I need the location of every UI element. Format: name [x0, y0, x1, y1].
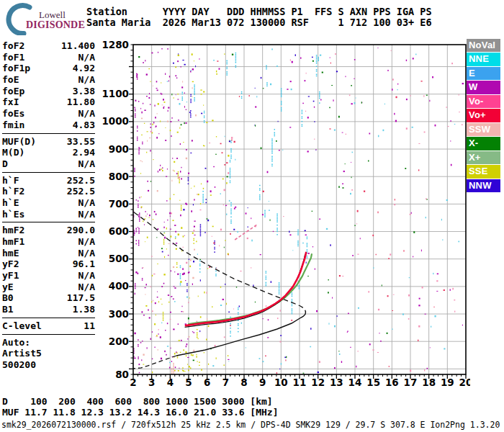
param-label: Artist5 [2, 348, 42, 359]
param-value: N/A [78, 74, 95, 86]
param-value: 11.400 [61, 40, 95, 52]
param-row-hmF1: hmF1N/A [2, 236, 95, 248]
param-row-fmin: fmin4.83 [2, 120, 95, 131]
param-row-B1: B11.38 [2, 304, 95, 315]
x-tick-label: 16 [385, 377, 399, 388]
param-label: D [2, 158, 8, 170]
y-tick-label: 900 [109, 143, 129, 155]
x-tick-label: 5 [185, 377, 192, 388]
x-tick-label: 11 [293, 377, 307, 388]
param-value: 33.55 [67, 136, 95, 148]
param-label: foF1p [2, 63, 30, 74]
param-value: 117.5 [67, 292, 95, 304]
header-station-values: Santa Maria 2026 Mar13 072 130000 RSF 1 … [86, 17, 432, 28]
echo-type-legend: NoValNNEEWVo-Vo+SSWX-X+SSENNW [467, 39, 500, 193]
param-label: foEs [2, 108, 24, 120]
x-tick-label: 20 [459, 377, 470, 388]
param-value: 290.0 [67, 225, 95, 236]
x-tick-label: 7 [222, 377, 229, 388]
param-label: foEp [2, 86, 24, 97]
y-tick-label: 300 [109, 308, 129, 320]
y-tick-label: 800 [109, 171, 129, 182]
param-label: foF1 [2, 52, 24, 63]
noise-cyan-streaks [180, 53, 320, 337]
noise-magenta-scatter-left [134, 48, 195, 369]
legend-item-NNE: NNE [467, 53, 500, 66]
x-tick-label: 13 [330, 377, 343, 388]
param-label: h`F [2, 175, 19, 186]
param-row-hF: h`F252.5 [2, 175, 95, 186]
y-tick-label: 80 [115, 369, 129, 380]
param-value: 2.94 [73, 147, 95, 158]
param-value: N/A [78, 197, 95, 209]
param-row-hE: h`EN/A [2, 197, 95, 209]
param-row-yE: yEN/A [2, 282, 95, 293]
legend-item-W: W [467, 81, 500, 94]
param-value: 252.5 [67, 175, 95, 186]
param-row-foF2: foF211.400 [2, 40, 95, 52]
o-mode-trace [186, 253, 306, 325]
param-row-foF1: foF1N/A [2, 52, 95, 63]
param-value: 3.38 [73, 86, 95, 97]
param-row-MD: M(D)2.94 [2, 147, 95, 158]
param-value: 1.38 [73, 304, 95, 315]
param-separator [2, 133, 95, 134]
param-label: C-level [2, 320, 42, 332]
param-value: 4.92 [73, 63, 95, 74]
ionogram-page: Lowell DIGISONDE Station YYYY DAY DDD HH… [0, 0, 504, 432]
param-label: fmin [2, 120, 24, 131]
param-label: h`Es [2, 209, 24, 220]
x-tick-label: 10 [274, 377, 288, 388]
x-tick-label: 8 [240, 377, 247, 388]
legend-item-NoVal: NoVal [467, 39, 500, 52]
gridlines [133, 45, 466, 374]
param-row-foF1p: foF1p4.92 [2, 63, 95, 74]
param-row-yF2: yF296.1 [2, 258, 95, 270]
y-tick-label: 500 [109, 253, 129, 264]
x-tick-label: 18 [422, 377, 436, 388]
noise-blue-streaks [186, 94, 215, 292]
param-row-foEs: foEsN/A [2, 108, 95, 120]
noise-green-scatter [138, 54, 428, 374]
param-label: h`E [2, 197, 19, 209]
ionogram-plot: 2345678910111213141516171819201280110010… [98, 36, 470, 390]
param-value: N/A [78, 52, 95, 63]
y-tick-label: 400 [109, 280, 129, 292]
param-value: N/A [78, 158, 95, 170]
param-label: B0 [2, 292, 14, 304]
param-value: 11 [84, 320, 95, 332]
x-tick-label: 12 [311, 377, 325, 388]
param-value: N/A [78, 108, 95, 120]
legend-item-E: E [467, 67, 500, 80]
y-tick-label: 1100 [102, 88, 129, 99]
param-separator [2, 318, 95, 318]
x-tick-label: 19 [441, 377, 454, 388]
transmission-curve-dashed-upper [134, 212, 305, 310]
d-row: D 100 200 400 600 800 1000 1500 3000 [km… [2, 396, 273, 407]
param-label: foF2 [2, 40, 24, 52]
param-row-foEp: foEp3.38 [2, 86, 95, 97]
x-tick-label: 15 [366, 377, 380, 388]
param-row-500200: 500200 [2, 359, 95, 371]
param-label: yF2 [2, 258, 19, 270]
axis-ticks [129, 45, 466, 379]
x-axis-labels: 234567891011121314151617181920 [130, 377, 470, 388]
noise-salmon-scatter [140, 81, 207, 356]
param-value: N/A [78, 248, 95, 259]
legend-item-X+: X+ [467, 151, 500, 164]
noise-cyan-scatter [161, 48, 459, 366]
param-row-hmE: hmEN/A [2, 248, 95, 259]
param-value: 252.5 [67, 186, 95, 197]
logo-text-digisonde: DIGISONDE [26, 19, 85, 31]
param-row-hEs: h`EsN/A [2, 209, 95, 220]
param-row-Clevel: C-level11 [2, 320, 95, 332]
param-separator [2, 334, 95, 335]
param-separator [2, 172, 95, 173]
legend-item-Vo-: Vo- [467, 95, 500, 108]
legend-item-Vo+: Vo+ [467, 109, 500, 122]
param-value: N/A [78, 209, 95, 220]
noise-yellow-streaks [163, 171, 198, 359]
param-label: 500200 [2, 359, 36, 371]
param-value: 4.83 [73, 120, 95, 131]
y-tick-label: 1000 [102, 115, 129, 127]
